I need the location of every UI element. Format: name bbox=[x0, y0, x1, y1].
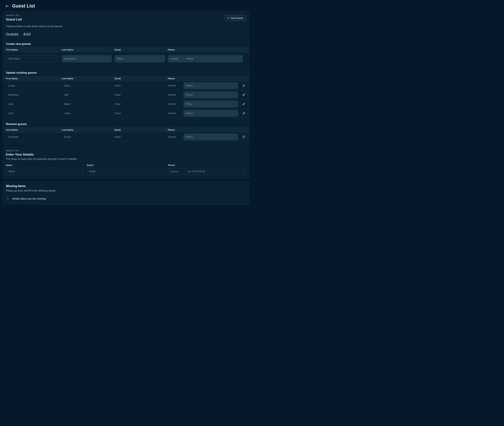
guest-last-name: Turner bbox=[62, 135, 115, 138]
guest-list-card: Section 1 of 2 Guest List + Add Guests P… bbox=[3, 11, 249, 145]
guest-country-select[interactable]: Country bbox=[168, 103, 183, 105]
edit-guest-button[interactable] bbox=[241, 83, 246, 88]
topbar: Guest List bbox=[0, 0, 252, 11]
col-first-name: First Name bbox=[3, 49, 62, 51]
section-indicator: Section 1 of 2 bbox=[6, 14, 22, 16]
update-table-header: First Name Last Name Email Phone bbox=[3, 76, 249, 81]
page-title: Guest List bbox=[12, 3, 35, 9]
restore-guest-button[interactable] bbox=[241, 134, 246, 140]
guest-email-placeholder: Email bbox=[115, 93, 120, 96]
guest-country-select[interactable]: Country bbox=[168, 84, 183, 87]
col-last-name: Last Name bbox=[62, 77, 115, 80]
col-last-name: Last Name bbox=[62, 128, 115, 131]
your-phone-field bbox=[168, 168, 246, 175]
guest-first-name: Lucas bbox=[3, 84, 62, 87]
guest-first-name: Liam bbox=[3, 112, 62, 115]
guest-first-name: Charlotte bbox=[3, 135, 62, 138]
your-phone-input[interactable] bbox=[186, 168, 246, 175]
pencil-icon bbox=[242, 112, 245, 115]
new-phone-field: Country bbox=[168, 55, 243, 62]
guest-phone-input[interactable] bbox=[183, 92, 238, 98]
guest-country-select[interactable]: Country bbox=[168, 135, 183, 138]
email-field-group: Email* bbox=[87, 164, 165, 175]
guests-counter: Guests:4/10 bbox=[3, 32, 249, 36]
guest-first-name: Benjamin bbox=[3, 93, 62, 96]
missing-items-title: Missing Items bbox=[6, 184, 246, 188]
your-details-card: Section 2 of 2 Enter Your Details This h… bbox=[3, 146, 249, 179]
guests-label: Guests: bbox=[6, 32, 19, 36]
missing-item-text: Details about you are missing. bbox=[12, 197, 46, 200]
guest-phone-input[interactable] bbox=[183, 110, 238, 117]
remove-guests-heading: Remove guests bbox=[6, 122, 246, 126]
new-email-input[interactable] bbox=[115, 55, 165, 62]
update-guest-row: Lucas Davis Email Country bbox=[3, 81, 249, 90]
guest-last-name: Baker bbox=[62, 102, 115, 105]
missing-items-description: Please go back and fill in the following… bbox=[6, 189, 246, 192]
col-phone: Phone bbox=[168, 77, 241, 80]
create-table-header: First Name Last Name Email Phone bbox=[3, 47, 249, 52]
remove-guest-row: Charlotte Turner Email Country bbox=[3, 132, 249, 142]
pencil-icon bbox=[242, 93, 245, 96]
col-email: Email bbox=[115, 77, 168, 80]
guest-email-placeholder: Email bbox=[115, 103, 120, 105]
pencil-icon bbox=[242, 84, 245, 87]
missing-item: ✕ Details about you are missing. bbox=[6, 197, 246, 200]
col-phone: Phone bbox=[168, 49, 241, 51]
error-cross-icon: ✕ bbox=[7, 197, 9, 200]
back-arrow-icon[interactable] bbox=[5, 4, 9, 8]
your-country-input[interactable] bbox=[168, 168, 186, 175]
phone-field-group: Phone bbox=[168, 164, 246, 175]
add-guests-label: Add Guests bbox=[231, 17, 243, 20]
create-guests-heading: Create new guests bbox=[6, 42, 246, 46]
guest-email-placeholder: Email bbox=[115, 135, 120, 138]
email-label: Email* bbox=[87, 164, 165, 166]
guest-last-name: Davis bbox=[62, 84, 115, 87]
section-description: Please provide us with all the names of … bbox=[3, 25, 249, 28]
guest-email-placeholder: Email bbox=[115, 84, 120, 87]
update-guest-row: Liam Lewis Email Country bbox=[3, 109, 249, 118]
guest-phone-input[interactable] bbox=[183, 82, 238, 89]
remove-table-header: First Name Last Name Email Phone bbox=[3, 128, 249, 132]
name-label: Name* bbox=[6, 164, 84, 166]
your-email-input[interactable] bbox=[87, 168, 165, 175]
missing-items-card: Missing Items Please go back and fill in… bbox=[3, 181, 249, 205]
col-last-name: Last Name bbox=[62, 49, 115, 51]
col-first-name: First Name bbox=[3, 128, 62, 131]
new-country-select[interactable]: Country bbox=[168, 57, 187, 60]
section-description: This helps us keep track of responses an… bbox=[6, 157, 246, 160]
edit-guest-button[interactable] bbox=[241, 111, 246, 116]
add-guests-button[interactable]: + Add Guests bbox=[224, 15, 246, 21]
guest-phone-input[interactable] bbox=[183, 101, 238, 107]
required-asterisk: * bbox=[13, 164, 14, 166]
col-phone: Phone bbox=[168, 128, 241, 131]
edit-guest-button[interactable] bbox=[241, 101, 246, 106]
guest-phone-input[interactable] bbox=[183, 134, 238, 140]
new-phone-input[interactable] bbox=[187, 55, 243, 62]
required-asterisk: * bbox=[94, 164, 95, 166]
col-email: Email bbox=[115, 128, 168, 131]
guest-email-placeholder: Email bbox=[115, 112, 120, 115]
new-first-name-input[interactable] bbox=[6, 55, 57, 62]
update-guest-row: Liam Baker Email Country bbox=[3, 99, 249, 109]
guest-last-name: Lewis bbox=[62, 112, 115, 115]
guests-count: 4/10 bbox=[23, 32, 31, 36]
update-guests-heading: Update existing guests bbox=[6, 71, 246, 74]
section-indicator: Section 2 of 2 bbox=[6, 149, 246, 152]
edit-guest-button[interactable] bbox=[241, 92, 246, 97]
section-title: Guest List bbox=[6, 18, 22, 21]
guest-last-name: Hall bbox=[62, 93, 115, 96]
create-guest-row: Country bbox=[3, 52, 249, 65]
your-name-input[interactable] bbox=[6, 168, 84, 175]
guest-country-select[interactable]: Country bbox=[168, 112, 183, 114]
name-field-group: Name* bbox=[6, 164, 84, 175]
new-last-name-input[interactable] bbox=[62, 55, 112, 62]
phone-label: Phone bbox=[168, 164, 246, 166]
page-bottom-spacer bbox=[0, 205, 252, 225]
col-email: Email bbox=[115, 49, 168, 51]
guest-country-select[interactable]: Country bbox=[168, 93, 183, 96]
plus-icon: + bbox=[227, 16, 229, 20]
update-guest-row: Benjamin Hall Email Country bbox=[3, 90, 249, 99]
col-first-name: First Name bbox=[3, 77, 62, 80]
undo-icon bbox=[242, 135, 245, 138]
guest-first-name: Liam bbox=[3, 102, 62, 105]
